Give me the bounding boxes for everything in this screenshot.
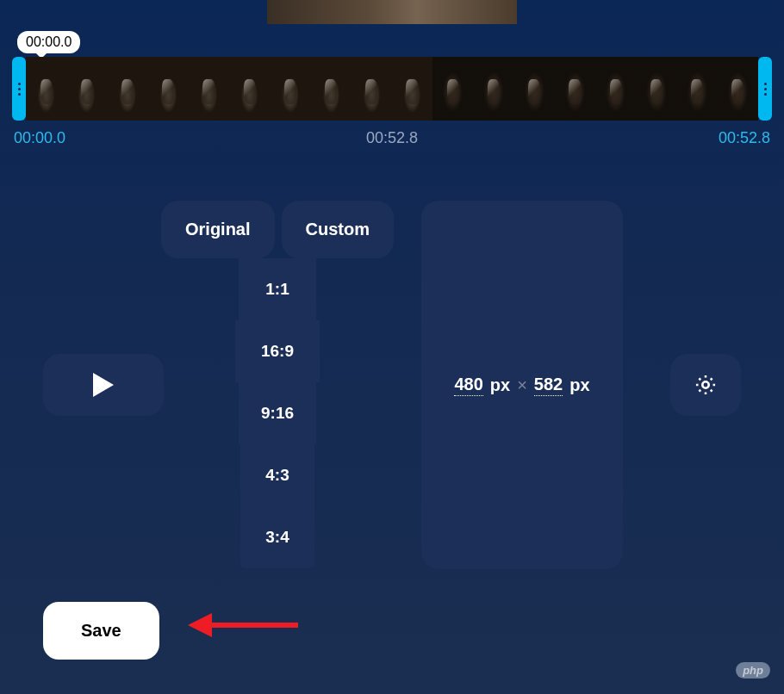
play-icon [93,373,114,397]
timeline-frame [189,57,229,121]
timeline-frame [514,57,555,121]
play-button[interactable] [43,354,164,416]
timeline-frame [473,57,513,121]
time-label-end: 00:52.8 [719,129,770,147]
video-preview-strip [0,0,784,24]
dimension-separator: × [517,375,527,395]
gear-icon [694,373,718,397]
timeline-frame [270,57,310,121]
timeline-frame [392,57,432,121]
controls-row: Original Custom 1:1 16:9 9:16 4:3 3:4 48… [0,201,784,569]
aspect-ratio-column: Original Custom 1:1 16:9 9:16 4:3 3:4 [161,201,394,568]
timeline-frames[interactable] [26,57,758,121]
ratio-9-16[interactable]: 9:16 [239,382,316,444]
tab-custom[interactable]: Custom [282,201,394,258]
dimension-unit: px [490,375,510,395]
timeline-frame [148,57,189,121]
svg-marker-2 [188,613,212,637]
aspect-tabs: Original Custom [161,201,394,258]
ratio-list: 1:1 16:9 9:16 4:3 3:4 [235,258,320,568]
timeline-frame [66,57,107,121]
watermark: php [736,662,775,679]
timeline-frame [636,57,676,121]
save-button[interactable]: Save [43,602,159,660]
timeline-frame [718,57,758,121]
ratio-1-1[interactable]: 1:1 [239,258,316,320]
time-label-start: 00:00.0 [14,129,65,147]
playhead-time-tooltip: 00:00.0 [17,31,80,53]
timeline-area: 00:00.0 00:00.0 [0,57,784,147]
dimension-unit: px [569,375,589,395]
dimension-height[interactable]: 582 [534,375,563,396]
time-label-mid: 00:52.8 [366,129,418,147]
time-labels: 00:00.0 00:52.8 00:52.8 [12,129,772,147]
svg-point-0 [702,381,708,387]
timeline[interactable] [12,57,772,121]
dimension-width[interactable]: 480 [454,375,482,396]
dimensions-panel: 480 px × 582 px [421,201,623,569]
timeline-frame [229,57,270,121]
timeline-frame [555,57,595,121]
trim-handle-right[interactable] [758,57,772,121]
ratio-4-3[interactable]: 4:3 [240,444,314,506]
watermark-pill: php [736,662,770,679]
annotation-arrow-icon [188,608,300,642]
settings-button[interactable] [670,354,741,416]
timeline-frame [311,57,352,121]
timeline-frame [595,57,636,121]
ratio-16-9[interactable]: 16:9 [235,320,320,382]
timeline-frame [107,57,147,121]
video-preview-frame [267,0,517,24]
timeline-frame [432,57,473,121]
timeline-frame [352,57,392,121]
timeline-frame [26,57,66,121]
ratio-3-4[interactable]: 3:4 [240,506,314,568]
trim-handle-left[interactable] [12,57,26,121]
timeline-frame [677,57,718,121]
tab-original[interactable]: Original [161,201,275,258]
